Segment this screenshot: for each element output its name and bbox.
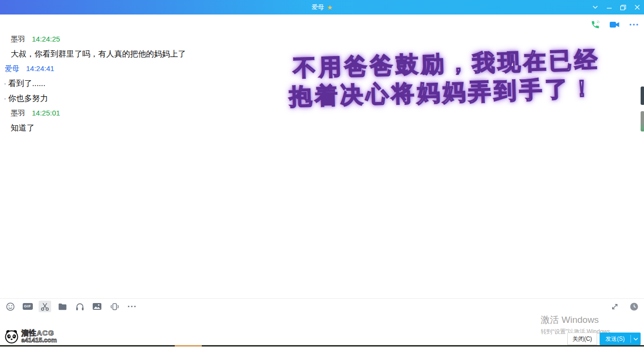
send-button-label: 发送(S) [600, 335, 630, 343]
expand-input-button[interactable] [608, 301, 621, 312]
message-text: 大叔，你看到群里了吗，有人真的把他的妈妈上了 [11, 49, 186, 59]
site-url: a41415.com [21, 337, 57, 344]
voice-call-button[interactable] [589, 18, 602, 31]
send-button[interactable]: 发送(S) [600, 333, 641, 345]
message-time: 14:24:25 [32, 35, 60, 43]
message-header: 墨羽14:25:01 [11, 109, 60, 118]
chat-history-panel[interactable]: 墨羽14:24:25 大叔，你看到群里了吗，有人真的把他的妈妈上了 爱母14:2… [0, 14, 644, 299]
composer-buttons: 关闭(C) 发送(S) [567, 333, 641, 345]
scrollbar-thumb-gray[interactable] [641, 111, 644, 131]
message-time: 14:24:41 [26, 64, 54, 72]
picture-icon [92, 303, 102, 310]
smiley-icon [6, 302, 15, 311]
file-button[interactable] [56, 301, 69, 312]
expand-arrows-icon [611, 303, 619, 311]
call-actions [589, 18, 640, 31]
toolbar-more-button[interactable] [126, 301, 138, 312]
star-icon: ★ [327, 4, 333, 11]
video-call-button[interactable] [608, 18, 621, 31]
send-options-button[interactable] [631, 337, 641, 341]
scrollbar-thumb-dark[interactable] [641, 87, 644, 105]
site-name: 溜性ACG [21, 329, 57, 337]
headphones-icon [75, 302, 84, 311]
restore-icon [620, 4, 626, 11]
message-time: 14:25:01 [32, 109, 60, 117]
shake-phone-icon [110, 302, 120, 311]
chevron-down-icon [633, 337, 638, 341]
restore-button[interactable] [616, 0, 630, 14]
chevron-down-icon [592, 5, 598, 9]
ellipsis-icon [629, 23, 639, 27]
screenshot-button[interactable] [39, 301, 51, 312]
bullet-dot [4, 83, 6, 85]
window-controls [588, 0, 644, 14]
message-header: 爱母14:24:41 [5, 64, 54, 73]
message-text: 看到了...... [8, 78, 45, 89]
emoji-button[interactable] [4, 301, 16, 312]
folder-icon [58, 303, 67, 311]
more-dots-icon [127, 305, 136, 308]
window-title: 爱母 [311, 3, 324, 12]
window-shake-button[interactable] [108, 301, 121, 312]
panda-logo-icon [4, 329, 19, 344]
site-watermark-text: 溜性ACG a41415.com [21, 329, 57, 343]
titlebar-chevron-button[interactable] [588, 0, 602, 14]
message-header: 墨羽14:24:25 [11, 35, 60, 44]
close-button[interactable] [630, 0, 644, 14]
gif-icon: GIF [23, 303, 33, 310]
window-title-group: 爱母 ★ [311, 3, 333, 12]
video-camera-icon [609, 20, 620, 29]
phone-icon [590, 19, 601, 30]
sender-name: 墨羽 [11, 35, 25, 43]
chat-more-button[interactable] [628, 18, 640, 31]
close-icon [634, 4, 640, 10]
composer-toolbar-right [608, 301, 640, 312]
close-chat-button[interactable]: 关闭(C) [567, 333, 597, 345]
bottom-edge-strip-orange [175, 345, 202, 347]
minimize-button[interactable] [602, 0, 616, 14]
bottom-edge-strip [0, 345, 644, 347]
message-text: 你也多努力 [8, 93, 48, 104]
sender-name: 墨羽 [11, 109, 25, 117]
activation-title: 激活 Windows [541, 314, 616, 326]
sender-name: 爱母 [5, 64, 19, 72]
image-button[interactable] [91, 301, 103, 312]
message-history-button[interactable] [628, 301, 640, 312]
message-composer[interactable]: GIF [0, 298, 644, 348]
music-button[interactable] [73, 301, 86, 312]
message-text: 知道了 [11, 123, 35, 133]
title-bar: 爱母 ★ [0, 0, 644, 14]
gif-button[interactable]: GIF [21, 301, 34, 312]
composer-toolbar: GIF [4, 301, 138, 312]
minimize-icon [606, 4, 612, 10]
scissors-icon [40, 302, 50, 311]
bullet-dot [4, 98, 6, 100]
clock-icon [630, 302, 639, 311]
caption-overlay: 不用爸爸鼓励，我现在已经 抱着决心将妈妈弄到手了！ [288, 45, 601, 111]
qq-chat-window: 爱母 ★ [0, 0, 644, 348]
site-watermark: 溜性ACG a41415.com [4, 329, 57, 344]
